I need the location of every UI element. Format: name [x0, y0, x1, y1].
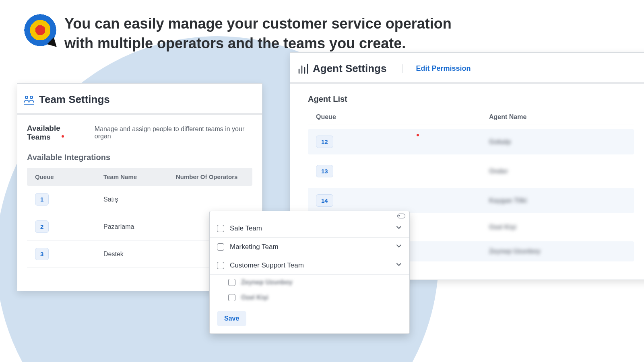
- team-settings-title: Team Settings: [39, 93, 110, 106]
- sub-item-label: Zeynep Uzunboy: [241, 279, 293, 286]
- agent-name-cell: Gokalp: [489, 138, 626, 146]
- available-teams-label: Available Teams: [27, 124, 83, 142]
- team-icon: [23, 95, 35, 105]
- agent-name-cell: Onder: [489, 168, 626, 175]
- table-row[interactable]: 12 Gokalp: [308, 129, 634, 154]
- notification-dot: [62, 135, 64, 138]
- col-agent-name: Agent Name: [489, 113, 626, 121]
- save-button[interactable]: Save: [217, 311, 246, 326]
- checkbox[interactable]: [228, 279, 235, 286]
- team-name-cell: Destek: [103, 251, 176, 258]
- team-select-popover: Sale Team Marketing Team Customer Suppor…: [209, 211, 410, 334]
- col-queue: Queue: [35, 173, 103, 180]
- sub-item-label: Ozel Kişi: [241, 294, 268, 301]
- team-sub-item[interactable]: Zeynep Uzunboy: [210, 275, 409, 290]
- table-row[interactable]: 13 Onder: [308, 158, 634, 184]
- col-queue: Queue: [316, 113, 489, 121]
- agent-name-cell: Ozel Kişi: [489, 224, 626, 231]
- agent-name-cell: Kaygan Tilki: [489, 197, 626, 204]
- checkbox[interactable]: [228, 294, 235, 301]
- team-option-label: Sale Team: [230, 224, 262, 232]
- queue-badge: 14: [316, 194, 333, 207]
- edit-permission-link[interactable]: Edit Permission: [402, 64, 471, 73]
- table-row[interactable]: 14 Kaygan Tilki: [308, 188, 634, 213]
- notification-dot: [417, 134, 419, 136]
- checkbox[interactable]: [217, 262, 224, 269]
- queue-badge: 12: [316, 136, 333, 148]
- team-option-marketing[interactable]: Marketing Team: [210, 238, 409, 256]
- chevron-down-icon[interactable]: [396, 243, 402, 251]
- queue-badge: 2: [35, 220, 49, 233]
- agent-settings-title: Agent Settings: [313, 62, 386, 75]
- available-teams-desc: Manage and assign people to different te…: [95, 125, 252, 140]
- target-icon: [24, 14, 56, 46]
- col-team-name: Team Name: [103, 173, 176, 180]
- team-option-label: Customer Support Team: [230, 261, 304, 269]
- chevron-down-icon[interactable]: [396, 224, 402, 232]
- checkbox[interactable]: [217, 225, 224, 232]
- team-name-cell: Pazarlama: [103, 223, 176, 230]
- available-integrations-label: Available Integrations: [27, 153, 252, 162]
- team-option-sale[interactable]: Sale Team: [210, 219, 409, 238]
- team-sub-item[interactable]: Ozel Kişi: [210, 290, 409, 305]
- table-row[interactable]: 1 Satış: [27, 186, 252, 213]
- col-num-operators: Number Of Operators: [176, 173, 244, 180]
- team-name-cell: Satış: [103, 196, 176, 203]
- agent-list-title: Agent List: [308, 95, 634, 104]
- team-option-support[interactable]: Customer Support Team: [210, 256, 409, 275]
- agent-name-cell: Zeynep Uzunboy: [489, 248, 626, 255]
- svg-point-1: [30, 96, 33, 99]
- page-headline: You can easily manage your customer serv…: [64, 14, 467, 53]
- list-toggle-icon[interactable]: [397, 214, 405, 218]
- svg-point-0: [25, 96, 28, 99]
- chevron-down-icon[interactable]: [396, 261, 402, 269]
- team-table-header: Queue Team Name Number Of Operators: [27, 168, 252, 186]
- queue-badge: 1: [35, 193, 49, 206]
- queue-badge: 13: [316, 165, 333, 177]
- queue-badge: 3: [35, 248, 49, 260]
- bar-chart-icon: [297, 64, 309, 74]
- agent-table-header: Queue Agent Name: [308, 109, 634, 125]
- checkbox[interactable]: [217, 243, 224, 251]
- team-option-label: Marketing Team: [230, 243, 279, 251]
